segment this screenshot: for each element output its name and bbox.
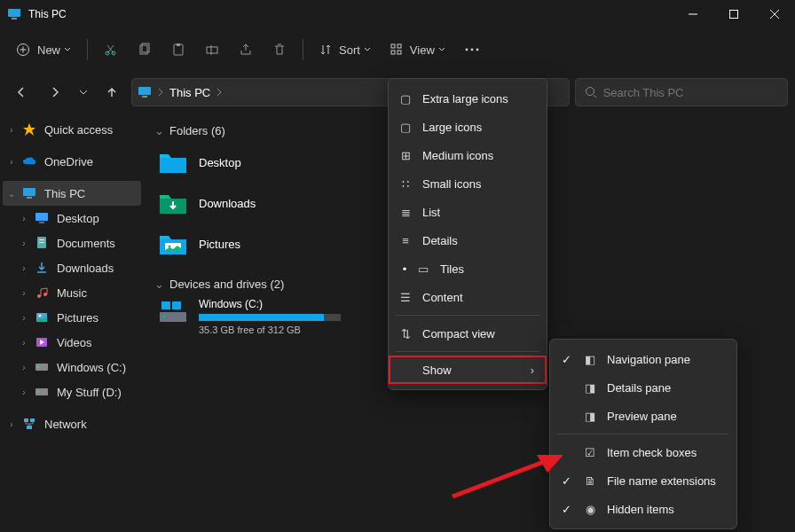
menu-item-details-pane[interactable]: ◨Details pane [550,373,736,402]
up-button[interactable] [98,78,126,106]
grid-icon: ▢ [398,92,413,106]
drive-icon [34,384,50,400]
sidebar-item-pictures[interactable]: › Pictures [0,305,144,330]
drive-icon [158,298,188,325]
copy-button[interactable] [129,35,161,64]
search-box[interactable] [575,78,788,106]
view-icon [390,43,403,56]
sidebar-item-windows-c[interactable]: › Windows (C:) [0,355,144,379]
menu-item-hidden-items[interactable]: ✓◉Hidden items [550,495,736,523]
check-icon: ✓ [559,353,573,366]
plus-circle-icon [16,43,30,57]
star-icon [21,121,37,137]
pictures-icon [34,309,50,325]
chevron-down-icon [364,46,371,53]
sidebar-item-this-pc[interactable]: ⌄ This PC [3,181,141,206]
share-button[interactable] [230,35,262,64]
sidebar-label: Documents [57,237,115,250]
svg-rect-34 [39,242,44,243]
view-button[interactable]: View [382,35,454,64]
cloud-icon [21,153,37,169]
svg-rect-14 [177,43,180,46]
more-button[interactable] [456,35,488,64]
downloads-icon [34,260,50,276]
chevron-right-icon: › [18,387,30,397]
check-icon: ✓ [559,474,573,488]
paste-button[interactable] [162,35,194,64]
rename-button[interactable] [196,35,228,64]
menu-item-navigation-pane[interactable]: ✓◧Navigation pane [550,345,736,373]
svg-rect-25 [142,96,147,98]
svg-rect-20 [398,51,401,54]
bullet-icon: • [398,262,412,276]
sidebar-item-quick-access[interactable]: › Quick access [0,117,144,142]
menu-item-file-name-extensions[interactable]: ✓🗎File name extensions [550,466,736,495]
sidebar-item-videos[interactable]: › Videos [0,330,144,355]
view-label: View [410,43,435,57]
sort-icon [319,43,332,56]
trash-icon [272,43,287,57]
chevron-right-icon: › [531,364,534,377]
minimize-button[interactable] [673,0,713,28]
menu-item-list[interactable]: ≣List [389,198,547,226]
sidebar-item-desktop[interactable]: › Desktop [0,206,144,231]
sidebar-item-network[interactable]: › Network [0,411,144,436]
breadcrumb-current[interactable]: This PC [169,86,210,99]
svg-point-22 [470,49,473,51]
new-label: New [37,43,60,57]
chevron-down-icon [64,46,71,53]
sidebar-item-documents[interactable]: › Documents [0,231,144,255]
close-button[interactable] [754,0,795,28]
menu-item-show[interactable]: Show› [389,356,547,384]
details-icon: ≡ [398,234,413,247]
svg-rect-17 [391,44,395,48]
delete-button[interactable] [264,35,295,64]
new-button[interactable]: New [7,35,80,64]
cut-button[interactable] [95,35,127,64]
search-input[interactable] [603,86,778,99]
svg-rect-45 [30,419,35,422]
sidebar-item-onedrive[interactable]: › OneDrive [0,149,144,174]
ellipsis-icon [465,48,479,51]
chevron-down-icon: ⌄ [5,189,18,199]
desktop-icon [34,210,50,226]
menu-item-item-check-boxes[interactable]: ☑Item check boxes [550,438,736,466]
grid-icon: ∷ [398,177,413,191]
menu-item-large-icons[interactable]: ▢Large icons [389,113,547,141]
menu-item-small-icons[interactable]: ∷Small icons [389,169,547,198]
chevron-right-icon: › [18,338,30,348]
chevron-right-icon: › [18,363,30,372]
show-submenu: ✓◧Navigation pane ◨Details pane ◨Preview… [549,339,737,529]
svg-rect-24 [138,87,151,95]
sort-button[interactable]: Sort [311,35,380,64]
menu-item-compact-view[interactable]: ⇅Compact view [389,319,547,348]
sidebar-item-my-stuff-d[interactable]: › My Stuff (D:) [0,379,144,404]
sidebar-label: Quick access [44,123,113,137]
maximize-button[interactable] [713,0,754,28]
chevron-right-icon: › [5,419,18,429]
svg-rect-46 [27,426,32,429]
menu-item-extra-large-icons[interactable]: ▢Extra large icons [389,84,547,113]
pane-icon: ◨ [582,381,598,395]
drive-label: Windows (C:) [199,298,341,310]
svg-rect-29 [27,197,32,199]
menu-item-content[interactable]: ☰Content [389,283,547,311]
menu-item-preview-pane[interactable]: ◨Preview pane [550,402,736,430]
history-button[interactable] [75,78,92,106]
chevron-right-icon [216,88,223,97]
svg-point-36 [43,293,47,296]
svg-rect-19 [391,51,395,54]
menu-item-details[interactable]: ≡Details [389,226,547,254]
grid-icon: ▢ [398,121,413,134]
forward-button[interactable] [41,78,69,106]
menu-item-medium-icons[interactable]: ⊞Medium icons [389,141,547,169]
this-pc-icon [138,85,152,99]
menu-item-tiles[interactable]: •▭Tiles [389,254,547,283]
back-button[interactable] [7,78,35,106]
separator [557,434,729,434]
sidebar-item-downloads[interactable]: › Downloads [0,255,144,280]
sidebar-label: Videos [57,336,92,349]
sidebar-item-music[interactable]: › Music [0,280,144,305]
pane-icon: ◨ [582,410,598,423]
svg-rect-1 [12,18,17,20]
